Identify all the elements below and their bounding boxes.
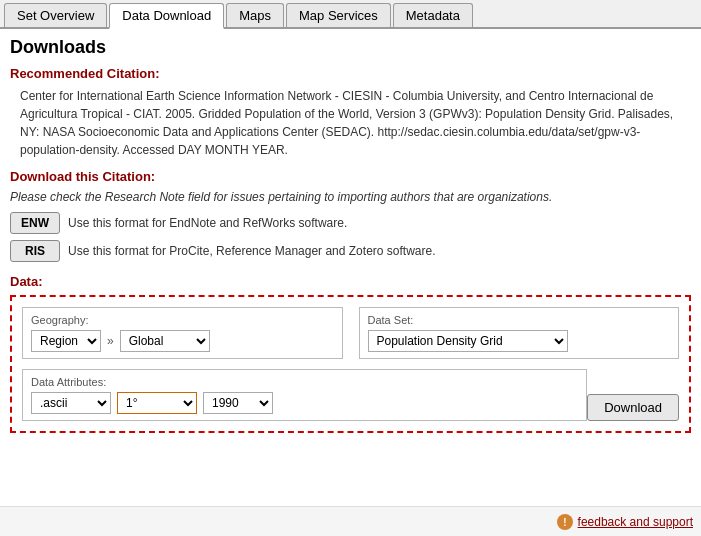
dataset-fieldset: Data Set: Population Density Grid Popula… [359, 307, 680, 359]
bottom-row: Data Attributes: .ascii .geotiff .netcdf… [22, 369, 679, 421]
data-selection-box: Geography: Region Country Administrative… [10, 295, 691, 433]
download-button[interactable]: Download [587, 394, 679, 421]
subregion-select[interactable]: Global Africa Asia Europe North America … [120, 330, 210, 352]
dataset-select[interactable]: Population Density Grid Population Count… [368, 330, 568, 352]
feedback-icon: ! [556, 513, 574, 531]
research-note: Please check the Research Note field for… [10, 190, 691, 204]
dataset-select-row: Population Density Grid Population Count… [368, 330, 671, 352]
attribute-selects-row: .ascii .geotiff .netcdf 1° 2.5' 15' 30' … [31, 392, 578, 414]
ris-description: Use this format for ProCite, Reference M… [68, 244, 436, 258]
download-citation-label: Download this Citation: [10, 169, 691, 184]
citation-text: Center for International Earth Science I… [10, 87, 691, 159]
feedback-link[interactable]: feedback and support [578, 515, 693, 529]
tab-metadata[interactable]: Metadata [393, 3, 473, 27]
tab-set-overview[interactable]: Set Overview [4, 3, 107, 27]
ris-row: RIS Use this format for ProCite, Referen… [10, 240, 691, 262]
enw-row: ENW Use this format for EndNote and RefW… [10, 212, 691, 234]
geography-fieldset: Geography: Region Country Administrative… [22, 307, 343, 359]
dataset-label: Data Set: [368, 314, 671, 326]
geography-label: Geography: [31, 314, 334, 326]
ris-button[interactable]: RIS [10, 240, 60, 262]
page-title: Downloads [10, 37, 691, 58]
data-section-label: Data: [10, 274, 691, 289]
footer-bar: ! feedback and support [0, 506, 701, 536]
region-select[interactable]: Region Country Administrative [31, 330, 101, 352]
format-select[interactable]: .ascii .geotiff .netcdf [31, 392, 111, 414]
citation-buttons: ENW Use this format for EndNote and RefW… [10, 212, 691, 262]
tab-maps[interactable]: Maps [226, 3, 284, 27]
recommended-citation-label: Recommended Citation: [10, 66, 691, 81]
year-select[interactable]: 1990 1995 2000 2005 [203, 392, 273, 414]
data-attributes-label: Data Attributes: [31, 376, 578, 388]
tab-map-services[interactable]: Map Services [286, 3, 391, 27]
resolution-select[interactable]: 1° 2.5' 15' 30' [117, 392, 197, 414]
geography-select-row: Region Country Administrative » Global A… [31, 330, 334, 352]
tab-data-download[interactable]: Data Download [109, 3, 224, 29]
enw-description: Use this format for EndNote and RefWorks… [68, 216, 347, 230]
arrow-separator: » [107, 334, 114, 348]
enw-button[interactable]: ENW [10, 212, 60, 234]
data-attributes-fieldset: Data Attributes: .ascii .geotiff .netcdf… [22, 369, 587, 421]
main-content: Downloads Recommended Citation: Center f… [0, 29, 701, 447]
tab-bar: Set Overview Data Download Maps Map Serv… [0, 0, 701, 29]
svg-text:!: ! [563, 517, 566, 528]
top-field-group: Geography: Region Country Administrative… [22, 307, 679, 359]
